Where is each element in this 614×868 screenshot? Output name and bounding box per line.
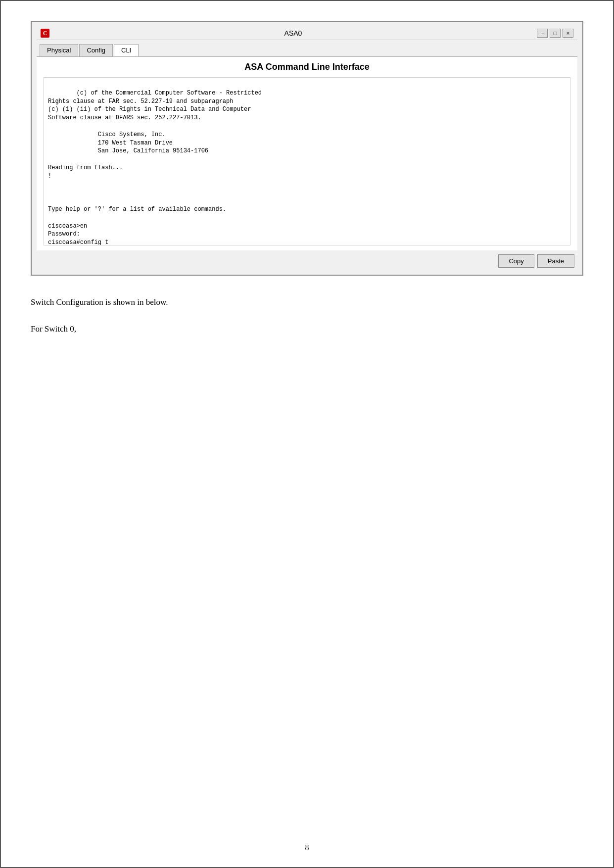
title-bar-left: C <box>41 29 49 38</box>
page-body-text: Switch Configuration is shown in below. … <box>31 295 583 336</box>
button-row: Copy Paste <box>37 250 577 270</box>
app-icon-label: C <box>43 30 47 37</box>
title-bar: C ASA0 – □ × <box>37 27 577 40</box>
close-button[interactable]: × <box>563 29 573 38</box>
cli-heading: ASA Command Line Interface <box>44 62 570 72</box>
page: C ASA0 – □ × Physical Config CLI ASA <box>0 0 614 868</box>
window-title: ASA0 <box>49 29 537 37</box>
window-container: C ASA0 – □ × Physical Config CLI ASA <box>31 21 583 276</box>
page-number: 8 <box>1 843 613 852</box>
copy-button[interactable]: Copy <box>498 254 534 268</box>
switch-config-line1: Switch Configuration is shown in below. <box>31 295 583 309</box>
terminal-area[interactable]: (c) of the Commercial Computer Software … <box>44 77 570 245</box>
tab-config[interactable]: Config <box>79 44 113 56</box>
tab-physical[interactable]: Physical <box>40 44 78 56</box>
tab-bar: Physical Config CLI <box>37 42 577 57</box>
switch-config-line2: For Switch 0, <box>31 322 583 336</box>
title-bar-controls: – □ × <box>537 29 573 38</box>
tab-cli[interactable]: CLI <box>114 44 139 56</box>
restore-button[interactable]: □ <box>550 29 561 38</box>
app-icon: C <box>41 29 49 38</box>
terminal-content: (c) of the Commercial Computer Software … <box>48 90 262 245</box>
paste-button[interactable]: Paste <box>537 254 574 268</box>
minimize-button[interactable]: – <box>537 29 548 38</box>
cli-panel: ASA Command Line Interface (c) of the Co… <box>37 57 577 250</box>
